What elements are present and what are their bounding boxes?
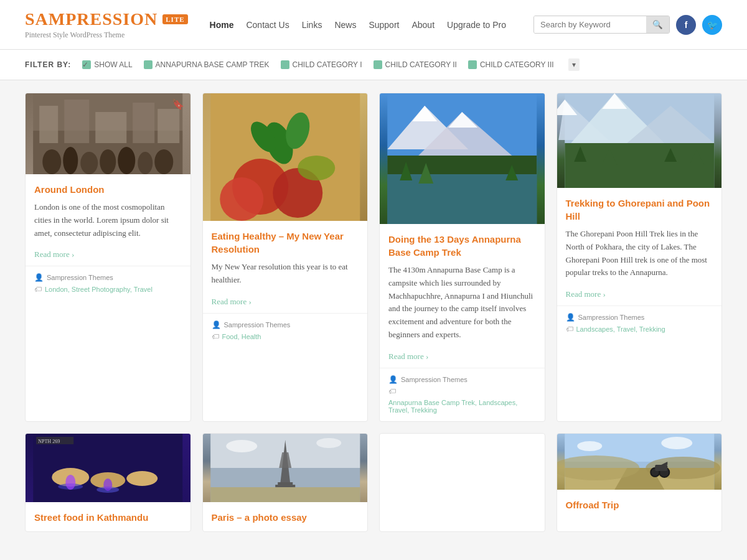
card-image-ghorepani [557, 93, 722, 188]
card-readmore-food[interactable]: Read more › [203, 297, 368, 307]
svg-point-72 [577, 441, 602, 451]
card-image-food [203, 93, 368, 221]
card-title-paris[interactable]: Paris – a photo essay [212, 511, 359, 524]
svg-point-11 [118, 147, 135, 174]
card-author-row: 👤 Sampression Themes [34, 273, 182, 282]
svg-rect-33 [565, 143, 714, 188]
nav-contact[interactable]: Contact Us [246, 20, 289, 30]
svg-point-48 [126, 471, 157, 486]
card-readmore-london[interactable]: Read more › [26, 250, 190, 259]
bookmark-icon[interactable] [172, 98, 184, 110]
card-street-food: NPTH 269 Street food in Kathmandu [25, 433, 191, 532]
logo-name: SAMPRESSION LITE [25, 9, 188, 29]
svg-point-8 [63, 147, 78, 174]
nav-links[interactable]: Links [302, 20, 322, 30]
filter-annapurna[interactable]: ANNAPURNA BASE CAMP TREK [144, 60, 270, 69]
filter-check-child2 [374, 60, 382, 69]
card-image-street-food: NPTH 269 [26, 434, 190, 502]
author-icon: 👤 [34, 273, 44, 282]
facebook-button[interactable]: f [676, 15, 696, 35]
filter-child1[interactable]: CHILD CATEGORY I [281, 60, 362, 69]
card-image-wrap [380, 93, 545, 224]
filter-label-annapurna: ANNAPURNA BASE CAMP TREK [156, 60, 270, 69]
svg-point-10 [100, 149, 116, 174]
nav-support[interactable]: Support [369, 20, 399, 30]
card-body: Around London London is one of the most … [26, 174, 190, 250]
card-title-annapurna[interactable]: Doing the 13 Days Annapurna Base Camp Tr… [388, 233, 536, 259]
tag-icon: 🏷 [566, 325, 573, 334]
svg-rect-4 [95, 112, 126, 143]
svg-rect-28 [387, 174, 537, 224]
filter-dropdown[interactable]: ▾ [568, 58, 580, 71]
card-excerpt-annapurna: The 4130m Annapurna Base Camp is a camps… [388, 264, 536, 342]
annapurna-image-svg [380, 93, 545, 224]
search-icon: 🔍 [652, 20, 663, 29]
filter-check-child1 [281, 60, 289, 69]
card-title-london[interactable]: Around London [34, 183, 182, 196]
card-title-offroad[interactable]: Offroad Trip [566, 498, 713, 511]
card-empty [379, 433, 545, 532]
card-body: Doing the 13 Days Annapurna Base Camp Tr… [380, 224, 545, 352]
svg-point-73 [661, 437, 692, 449]
card-body: Paris – a photo essay [203, 502, 368, 524]
filter-check-all: ✓ [82, 60, 91, 69]
card-image-wrap [557, 93, 722, 188]
svg-rect-59 [210, 487, 360, 502]
svg-point-61 [316, 438, 341, 448]
card-paris: Paris – a photo essay [202, 433, 369, 532]
nav-about[interactable]: About [411, 20, 435, 30]
search-button[interactable]: 🔍 [646, 16, 669, 33]
filter-child3[interactable]: CHILD CATEGORY III [468, 60, 554, 69]
svg-rect-3 [64, 100, 89, 143]
author-icon: 👤 [566, 313, 575, 322]
svg-point-9 [80, 152, 98, 174]
filter-check-annapurna [144, 60, 153, 69]
logo: SAMPRESSION LITE Pinterest Style WordPre… [25, 9, 188, 40]
card-readmore-ghorepani[interactable]: Read more › [557, 289, 722, 299]
nav-home[interactable]: Home [210, 20, 234, 30]
svg-rect-6 [157, 109, 179, 143]
card-tags-row: 🏷 Annapurna Base Camp Trek, Landscapes, … [388, 387, 536, 414]
card-body: Offroad Trip [557, 490, 722, 511]
card-tags: London, Street Photography, Travel [45, 286, 153, 293]
card-tags-row: 🏷 London, Street Photography, Travel [34, 285, 182, 294]
svg-rect-57 [278, 482, 293, 485]
svg-point-12 [138, 152, 153, 174]
card-title-food[interactable]: Eating Healthy – My New Year Resolution [212, 230, 359, 256]
nav-upgrade[interactable]: Upgrade to Pro [447, 20, 506, 30]
twitter-button[interactable]: 🐦 [702, 15, 722, 35]
card-meta-ghorepani: 👤 Sampression Themes 🏷 Landscapes, Trave… [557, 306, 722, 334]
filter-child2[interactable]: CHILD CATEGORY II [374, 60, 457, 69]
card-offroad: Offroad Trip [557, 433, 723, 532]
search-wrap: 🔍 [533, 16, 670, 34]
author-icon: 👤 [388, 375, 398, 384]
svg-point-51 [65, 475, 75, 490]
card-title-ghorepani[interactable]: Trekking to Ghorepani and Poon Hill [566, 197, 713, 223]
svg-rect-5 [133, 103, 154, 143]
header: SAMPRESSION LITE Pinterest Style WordPre… [0, 0, 747, 50]
filter-check-child3 [468, 60, 477, 69]
card-author: Sampression Themes [578, 314, 645, 321]
card-ghorepani: Trekking to Ghorepani and Poon Hill The … [557, 93, 723, 422]
filter-label: FILTER BY: [25, 60, 71, 69]
header-nav: Home Contact Us Links News Support About… [210, 15, 722, 35]
card-body: Eating Healthy – My New Year Resolution … [203, 221, 368, 297]
main-content: Around London London is one of the most … [0, 80, 747, 544]
svg-point-7 [42, 149, 61, 174]
svg-point-17 [220, 177, 263, 221]
offroad-image-svg [557, 434, 722, 490]
logo-tagline: Pinterest Style WordPress Theme [25, 30, 188, 40]
card-excerpt-ghorepani: The Ghorepani Poon Hill Trek lies in the… [566, 228, 713, 279]
card-author: Sampression Themes [401, 376, 467, 383]
search-input[interactable] [534, 16, 646, 33]
header-right: 🔍 f 🐦 [533, 15, 722, 35]
svg-text:NPTH 269: NPTH 269 [38, 439, 60, 444]
card-readmore-annapurna[interactable]: Read more › [380, 352, 545, 362]
filter-label-child1: CHILD CATEGORY I [293, 60, 362, 69]
tag-icon: 🏷 [212, 332, 219, 341]
filter-show-all[interactable]: ✓ SHOW ALL [82, 60, 132, 69]
card-title-street-food[interactable]: Street food in Kathmandu [34, 511, 182, 524]
filter-bar: FILTER BY: ✓ SHOW ALL ANNAPURNA BASE CAM… [0, 50, 747, 80]
tag-icon: 🏷 [388, 387, 396, 396]
nav-news[interactable]: News [334, 20, 356, 30]
